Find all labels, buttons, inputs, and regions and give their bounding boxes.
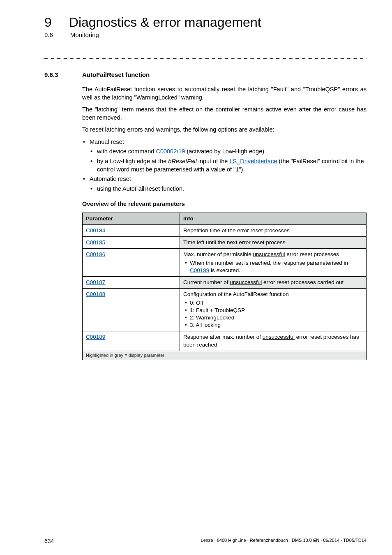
table-cell-info: Current number of unsuccessful error res… <box>180 277 367 289</box>
list-item-label: Automatic reset <box>90 176 131 182</box>
link-c00188[interactable]: C00188 <box>86 291 105 297</box>
parameters-table: Parameter Info C00184 Repetition time of… <box>82 213 367 360</box>
chapter-number: 9 <box>44 16 52 29</box>
list-item: by a Low-High edge at the bResetFail inp… <box>90 157 367 173</box>
list-item: Automatic reset using the AutoFailReset … <box>82 175 367 193</box>
table-footnote: Highlighted in grey = display parameter <box>83 351 367 360</box>
text: (activated by Low-High edge) <box>185 148 264 155</box>
link-ls-driveinterface[interactable]: LS_DriveInterface <box>229 158 277 164</box>
list-item: When the number set is reached, the resp… <box>183 259 363 274</box>
overview-heading: Overview of the relevant parameters <box>82 200 367 208</box>
table-cell-info: Time left until the next error reset pro… <box>180 237 367 249</box>
underline-text: unsuccessful <box>230 279 262 285</box>
text: error reset processes carried out <box>262 279 344 285</box>
table-footnote-row: Highlighted in grey = display parameter <box>83 351 367 360</box>
link-c00186[interactable]: C00186 <box>86 251 105 257</box>
link-c00002-19[interactable]: C00002/19 <box>156 148 185 155</box>
table-header-info: Info <box>180 213 367 224</box>
section-number: 9.6 <box>44 31 53 38</box>
list-item: 3: All locking <box>183 321 363 329</box>
link-c00189[interactable]: C00189 <box>86 334 105 340</box>
list-item: with device command C00002/19 (activated… <box>90 148 367 156</box>
list-item-label: Manual reset <box>90 139 124 145</box>
text: with device command <box>97 148 156 155</box>
chapter-title: Diagnostics & error management <box>69 16 261 29</box>
section-title: Monitoring <box>70 31 99 38</box>
list-item: Manual reset with device command C00002/… <box>82 138 367 173</box>
body-paragraph: The AutoFailReset function serves to aut… <box>82 86 367 102</box>
table-cell-info: Max. number of permissible unsuccessful … <box>180 249 367 277</box>
text: input of the <box>197 158 230 164</box>
link-c00184[interactable]: C00184 <box>86 227 105 234</box>
subsection-number: 9.6.3 <box>44 71 65 78</box>
document-info: Lenze · 8400 HighLine · Referenzhandbuch… <box>201 538 367 544</box>
table-row: C00188 Configuration of the AutoFailRese… <box>83 289 367 331</box>
table-row: C00185 Time left until the next error re… <box>83 237 367 249</box>
body-paragraph: To reset latching errors and warnings, t… <box>82 126 367 134</box>
list-item: 0: Off <box>183 299 363 307</box>
underline-text: unsuccessful <box>263 334 295 340</box>
table-header-parameter: Parameter <box>83 213 180 224</box>
text: When the number set is reached, the resp… <box>190 260 348 266</box>
page-number: 634 <box>44 538 54 544</box>
separator-dashes: _ _ _ _ _ _ _ _ _ _ _ _ _ _ _ _ _ _ _ _ … <box>44 52 367 59</box>
list-item: 2: WarningLocked <box>183 314 363 321</box>
subsection-title: AutoFailReset function <box>82 71 150 78</box>
table-row: C00186 Max. number of permissible unsucc… <box>83 249 367 277</box>
italic-text: bResetFail <box>168 158 196 164</box>
text: Max. number of permissible <box>183 251 253 257</box>
text: Current number of <box>183 279 230 285</box>
table-cell-info: Response after max. number of unsuccessf… <box>180 331 367 351</box>
text: error reset processes <box>285 251 339 257</box>
link-c00187[interactable]: C00187 <box>86 279 105 285</box>
text: by a Low-High edge at the <box>97 158 168 164</box>
table-row: C00187 Current number of unsuccessful er… <box>83 277 367 289</box>
text: is executed. <box>209 267 240 273</box>
link-c00185[interactable]: C00185 <box>86 239 105 245</box>
table-row: C00184 Repetition time of the error rese… <box>83 224 367 236</box>
list-item: using the AutoFailReset function. <box>90 185 367 193</box>
body-paragraph: The "latching" term means that the effec… <box>82 106 367 122</box>
underline-text: unsuccessful <box>253 251 285 257</box>
table-cell-info: Repetition time of the error reset proce… <box>180 224 367 236</box>
table-row: C00189 Response after max. number of uns… <box>83 331 367 351</box>
table-cell-info: Configuration of the AutoFailReset funct… <box>180 289 367 331</box>
text: Response after max. number of <box>183 334 263 340</box>
text: Configuration of the AutoFailReset funct… <box>183 291 289 297</box>
link-c00189-inline[interactable]: C00189 <box>190 267 209 273</box>
list-item: 1: Fault + TroubleQSP <box>183 307 363 314</box>
